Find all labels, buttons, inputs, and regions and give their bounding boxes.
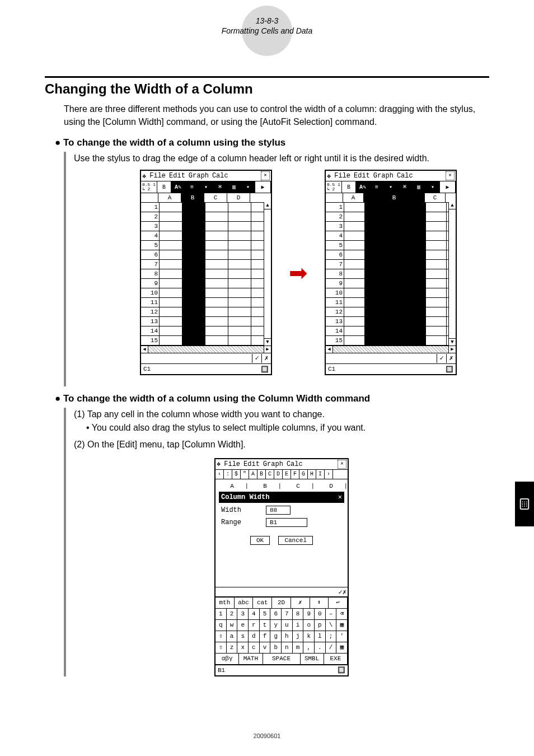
col-header-D[interactable]: D xyxy=(227,193,250,202)
cell[interactable] xyxy=(365,241,426,250)
cell[interactable] xyxy=(344,222,365,231)
v-scrollbar[interactable]: ▲▼ xyxy=(448,202,456,346)
key-v[interactable]: v xyxy=(259,642,271,654)
cell[interactable] xyxy=(365,336,426,345)
cell[interactable] xyxy=(205,203,228,212)
key-n[interactable]: n xyxy=(281,642,293,654)
cell[interactable] xyxy=(426,269,447,278)
menu-file[interactable]: File xyxy=(224,459,240,469)
cell[interactable] xyxy=(182,288,205,297)
cell[interactable] xyxy=(426,250,447,259)
cell[interactable] xyxy=(205,279,228,288)
key-a[interactable]: a xyxy=(226,631,238,642)
col-header-C[interactable]: C xyxy=(425,193,446,202)
cell[interactable] xyxy=(228,279,251,288)
key-[interactable]: ⇪ xyxy=(215,631,227,642)
key-k[interactable]: k xyxy=(303,631,315,642)
close-icon[interactable]: ✕ xyxy=(338,460,346,469)
kbd-tab-[interactable]: ↩ xyxy=(328,598,348,609)
key-r[interactable]: r xyxy=(248,620,260,631)
dialog-close-icon[interactable]: ✕ xyxy=(338,492,342,502)
key-smbl[interactable]: SMBL xyxy=(300,654,324,665)
row-header[interactable]: 1 xyxy=(326,203,344,212)
cell[interactable] xyxy=(426,241,447,250)
key-m[interactable]: m xyxy=(292,642,304,654)
key-math[interactable]: MATH xyxy=(238,654,263,665)
cell[interactable] xyxy=(344,336,365,345)
menu-edit[interactable]: Edit xyxy=(354,172,370,180)
cell[interactable] xyxy=(228,326,251,335)
cell[interactable] xyxy=(344,212,365,221)
key-[interactable]: αβγ xyxy=(215,654,239,665)
menu-edit[interactable]: Edit xyxy=(243,459,260,469)
mini-toolbar-item[interactable]: ‹ xyxy=(216,470,224,479)
toolbar-font[interactable]: A✎ xyxy=(171,181,185,193)
menu-graph[interactable]: Graph xyxy=(373,172,394,180)
mini-toolbar-item[interactable]: A xyxy=(249,470,257,479)
row-header[interactable]: 7 xyxy=(326,260,344,269)
cell[interactable] xyxy=(182,231,205,240)
row-header[interactable]: 5 xyxy=(141,241,160,250)
scroll-left-icon[interactable]: ◀ xyxy=(141,346,148,353)
col-header-A[interactable]: A xyxy=(343,193,364,202)
formula-ok-icon[interactable]: ✓ xyxy=(252,354,261,363)
toolbar-more-icon[interactable]: ▶ xyxy=(255,181,271,193)
key-0[interactable]: 0 xyxy=(314,609,326,620)
cell[interactable] xyxy=(228,231,251,240)
mini-toolbar-item[interactable]: B xyxy=(257,470,266,479)
key-8[interactable]: 8 xyxy=(292,609,304,620)
mini-toolbar-item[interactable]: $ xyxy=(232,470,241,479)
cell[interactable] xyxy=(426,231,447,240)
mini-toolbar-item[interactable]: › xyxy=(325,470,333,479)
cell[interactable] xyxy=(426,279,447,288)
toolbar-link-icon[interactable]: ⌘ xyxy=(398,181,412,193)
mini-toolbar-item[interactable]: C xyxy=(266,470,274,479)
cell[interactable] xyxy=(344,269,365,278)
toolbar-dropdown-icon[interactable]: ▾ xyxy=(384,181,398,193)
cell[interactable] xyxy=(160,326,182,335)
kbd-tab-cat[interactable]: cat xyxy=(252,598,272,609)
cell[interactable] xyxy=(205,241,228,250)
cell[interactable] xyxy=(365,326,426,335)
kbd-tab-mth[interactable]: mth xyxy=(215,598,235,609)
cell[interactable] xyxy=(344,250,365,259)
cell[interactable] xyxy=(160,222,182,231)
cell[interactable] xyxy=(228,222,251,231)
cell[interactable] xyxy=(182,317,205,326)
cell[interactable] xyxy=(182,336,205,345)
key-z[interactable]: z xyxy=(226,642,238,654)
cancel-button[interactable]: Cancel xyxy=(278,536,313,545)
cell[interactable] xyxy=(426,317,447,326)
row-header[interactable]: 15 xyxy=(326,336,344,345)
h-scrollbar[interactable]: ◀ ▶ xyxy=(326,346,456,353)
menu-graph[interactable]: Graph xyxy=(189,172,209,180)
col-header-B[interactable]: B xyxy=(181,193,204,202)
cell[interactable] xyxy=(228,269,251,278)
mini-toolbar-item[interactable]: D xyxy=(274,470,283,479)
row-header[interactable]: 4 xyxy=(141,231,160,240)
cell[interactable] xyxy=(205,231,228,240)
key-5[interactable]: 5 xyxy=(259,609,271,620)
cell[interactable] xyxy=(344,203,365,212)
cell[interactable] xyxy=(205,212,228,221)
cell[interactable] xyxy=(182,212,205,221)
cell[interactable] xyxy=(365,269,426,278)
key-q[interactable]: q xyxy=(215,620,227,631)
cell[interactable] xyxy=(426,222,447,231)
cell[interactable] xyxy=(344,260,365,269)
key-[interactable]: \ xyxy=(325,620,337,631)
row-header[interactable]: 5 xyxy=(326,241,344,250)
toolbar-chart-icon[interactable]: ▥ xyxy=(412,181,426,193)
key-g[interactable]: g xyxy=(270,631,282,642)
cell[interactable] xyxy=(344,231,365,240)
cell[interactable] xyxy=(160,298,182,307)
menu-edit[interactable]: Edit xyxy=(169,172,185,180)
row-header[interactable]: 1 xyxy=(141,203,160,212)
cell[interactable] xyxy=(160,288,182,297)
cell[interactable] xyxy=(365,250,426,259)
kbd-tab-2D[interactable]: 2D xyxy=(271,598,291,609)
key-w[interactable]: w xyxy=(226,620,238,631)
key-s[interactable]: s xyxy=(237,631,249,642)
col-header-C[interactable]: C xyxy=(204,193,227,202)
key-9[interactable]: 9 xyxy=(303,609,315,620)
